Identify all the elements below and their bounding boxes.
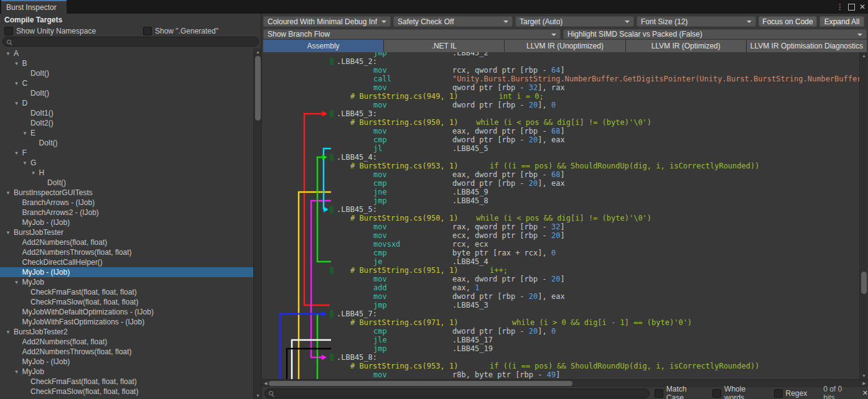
code-horizontal-scrollbar[interactable]: ◀ ▶: [262, 379, 868, 387]
scroll-left-icon[interactable]: ◀: [263, 380, 269, 387]
tree-item-label: Add2NumbersThrows(float, float): [22, 347, 132, 356]
tree-item-checkfmaslow-float-float-float[interactable]: CheckFmaSlow(float, float, float): [0, 387, 253, 397]
tree-item-b[interactable]: ▼B: [0, 58, 253, 68]
assembly-code-view[interactable]: jmp.LBB45_2.LBB45_2:movrcx, qword ptr [r…: [262, 52, 859, 379]
tree-item-myjobwithdefaultoptimizations-ijob[interactable]: MyJobWithDefaultOptimizations - (IJob): [0, 307, 253, 317]
targets-search-input[interactable]: [14, 37, 254, 46]
tree-item-doit2[interactable]: DoIt2(): [0, 118, 253, 128]
dropdown-show-branch-flow[interactable]: Show Branch Flow: [263, 29, 561, 39]
asm-mnemonic: jmp: [373, 301, 387, 310]
show-unity-namespace-option[interactable]: Show Unity Namespace: [4, 26, 96, 36]
tree-item-checkfmaslow-float-float-float[interactable]: CheckFmaSlow(float, float, float): [0, 297, 253, 307]
find-close-icon[interactable]: ✕: [862, 389, 868, 397]
asm-instruction-line: jmp.LBB45_19: [262, 344, 859, 353]
collapse-triangle-icon[interactable]: ▼: [6, 190, 14, 196]
tree-item-brancharrows2-ijob[interactable]: BranchArrows2 - (IJob): [0, 208, 253, 218]
tree-item-add2numbersthrows-float-float[interactable]: Add2NumbersThrows(float, float): [0, 247, 253, 257]
tree-item-burstjobtester[interactable]: ▼BurstJobTester: [0, 227, 253, 237]
find-input[interactable]: [276, 389, 645, 398]
find-search-box[interactable]: [264, 388, 650, 398]
tree-item-e[interactable]: ▼E: [0, 128, 253, 138]
button-expand-all[interactable]: Expand All: [819, 16, 864, 27]
tree-item-d[interactable]: ▼D: [0, 98, 253, 108]
tree-item-brancharrows-ijob[interactable]: BranchArrows - (IJob): [0, 198, 253, 208]
collapse-triangle-icon[interactable]: ▼: [22, 160, 30, 166]
tree-item-burstinspectorguitests[interactable]: ▼BurstInspectorGUITests: [0, 188, 253, 198]
source-snippet: i++;: [490, 266, 508, 275]
asm-mnemonic: mov: [373, 370, 387, 379]
collapse-triangle-icon[interactable]: ▼: [14, 369, 22, 375]
show-generated-checkbox[interactable]: [143, 27, 152, 35]
tree-item-checkdirectcallhelper[interactable]: CheckDirectCallHelper(): [0, 257, 253, 267]
collapse-triangle-icon[interactable]: ▼: [14, 280, 22, 285]
tree-item-h[interactable]: ▼H: [0, 168, 253, 178]
collapse-triangle-icon[interactable]: ▼: [31, 170, 39, 176]
tree-item-g[interactable]: ▼G: [0, 158, 253, 168]
tab-assembly[interactable]: Assembly: [263, 40, 383, 52]
asm-operands: eax, dword ptr [rbp - 68]: [452, 127, 565, 135]
dropdown-coloured-with-minimal-debug-inf[interactable]: Coloured With Minimal Debug Inf: [263, 16, 391, 27]
source-file-ref: # BurstString.cs(953, 1): [350, 362, 458, 370]
tree-item-myjob-ijob[interactable]: MyJob - (IJob): [0, 267, 253, 277]
button-focus-on-code[interactable]: Focus on Code: [758, 16, 817, 27]
code-hscrollbar-thumb[interactable]: [269, 381, 572, 386]
collapse-triangle-icon[interactable]: ▼: [6, 230, 14, 236]
tree-item-myjobwithfastoptimizations-ijob[interactable]: MyJobWithFastOptimizations - (IJob): [0, 317, 253, 327]
targets-search-box[interactable]: [2, 37, 259, 47]
regex-checkbox[interactable]: [774, 389, 783, 398]
asm-label: .LBB45_3:: [337, 109, 377, 118]
collapse-triangle-icon[interactable]: ▼: [6, 51, 14, 57]
tree-item-myjob-ijob[interactable]: MyJob - (IJob): [0, 218, 253, 227]
tab-llvm-ir-optimized[interactable]: LLVM IR (Optimized): [626, 40, 746, 52]
tree-item-a[interactable]: ▼A: [0, 48, 253, 58]
tree-item-burstjobtester2[interactable]: ▼BurstJobTester2: [0, 327, 253, 337]
dropdown-font-size-12[interactable]: Font Size (12): [637, 16, 756, 27]
tree-item-doit[interactable]: DoIt(): [0, 68, 253, 78]
asm-operands: dword ptr [rbp - 20], 0: [452, 327, 556, 336]
tree-item-myjob[interactable]: ▼MyJob: [0, 277, 253, 287]
collapse-triangle-icon[interactable]: ▼: [14, 81, 22, 86]
tree-item-c[interactable]: ▼C: [0, 78, 253, 88]
collapse-triangle-icon[interactable]: ▼: [22, 131, 30, 136]
collapse-triangle-icon[interactable]: ▼: [14, 150, 22, 156]
whole-words-checkbox[interactable]: [712, 389, 721, 398]
code-vertical-scrollbar[interactable]: ▲ ▼: [859, 52, 867, 379]
match-case-checkbox[interactable]: [655, 389, 663, 398]
tree-item-doit[interactable]: DoIt(): [0, 178, 253, 188]
tab-net-il[interactable]: .NET IL: [384, 40, 504, 52]
dropdown-highlight-simd-scalar-vs-packed-false[interactable]: Highlight SIMD Scalar vs Packed (False): [563, 29, 867, 39]
dropdown-safety-check-off[interactable]: Safety Check Off: [393, 16, 513, 27]
comment-wrap: # BurstString.cs(953, 1) if ((i == pos) …: [350, 362, 759, 370]
scroll-up-icon[interactable]: ▲: [860, 52, 868, 59]
tab-llvm-ir-optimisation-diagnostics[interactable]: LLVM IR Optimisation Diagnostics: [747, 40, 867, 52]
tree-item-label: F: [22, 149, 27, 157]
tree-item-checkfmafast-float-float-float[interactable]: CheckFmaFast(float, float, float): [0, 287, 253, 297]
tree-item-doit[interactable]: DoIt(): [0, 138, 253, 148]
tab-llvm-ir-unoptimized[interactable]: LLVM IR (Unoptimized): [505, 40, 625, 52]
scroll-down-icon[interactable]: ▼: [860, 372, 868, 379]
tab-burst-inspector[interactable]: Burst Inspector: [1, 0, 67, 14]
collapse-triangle-icon[interactable]: ▼: [14, 61, 22, 66]
show-generated-option[interactable]: Show ".Generated": [143, 26, 218, 36]
tree-item-myjob-ijob[interactable]: MyJob - (IJob): [0, 357, 253, 367]
tree-item-add2numbers-float-float[interactable]: Add2Numbers(float, float): [0, 337, 253, 347]
scroll-right-icon[interactable]: ▶: [861, 380, 867, 387]
asm-operands: "Unity.Burst.BurstString.NumberBuffer.Ge…: [452, 75, 859, 83]
tree-scrollbar-thumb[interactable]: [255, 56, 261, 121]
tree-item-add2numbers-float-float[interactable]: Add2Numbers(float, float): [0, 237, 253, 247]
maximize-icon[interactable]: [848, 4, 855, 11]
code-scrollbar-thumb[interactable]: [861, 272, 867, 294]
tree-item-myjob[interactable]: ▼MyJob: [0, 367, 253, 377]
tree-item-doit1[interactable]: DoIt1(): [0, 108, 253, 118]
tree-item-checkfmafast-float-float-float[interactable]: CheckFmaFast(float, float, float): [0, 377, 253, 387]
dropdown-target-auto[interactable]: Target (Auto): [515, 16, 634, 27]
kebab-menu-icon[interactable]: ⋮: [836, 2, 844, 11]
asm-instruction-line: movecx, dword ptr [rbp - 20]: [262, 231, 859, 240]
show-unity-namespace-checkbox[interactable]: [4, 27, 13, 35]
collapse-triangle-icon[interactable]: ▼: [6, 329, 14, 335]
collapse-triangle-icon[interactable]: ▼: [14, 101, 22, 106]
tree-item-doit[interactable]: DoIt(): [0, 88, 253, 98]
tree-item-add2numbersthrows-float-float[interactable]: Add2NumbersThrows(float, float): [0, 347, 253, 357]
close-icon[interactable]: ✕: [859, 2, 866, 11]
tree-item-f[interactable]: ▼F: [0, 148, 253, 158]
